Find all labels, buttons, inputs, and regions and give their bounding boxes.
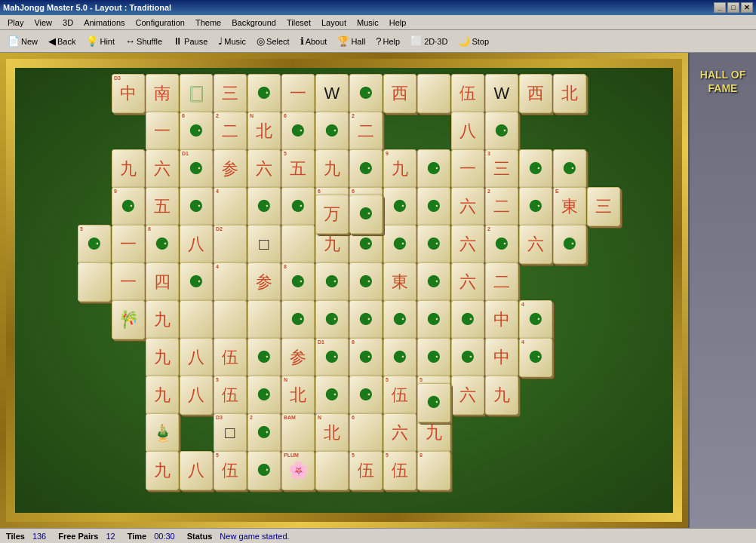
tile[interactable]: 伍 [451, 74, 484, 113]
tile[interactable]: 八 [180, 451, 213, 490]
tile[interactable]: ⚈ [315, 262, 349, 302]
tile[interactable]: 万 [315, 195, 349, 234]
tile[interactable]: 一 [281, 74, 315, 113]
tile[interactable]: 三 [214, 74, 247, 113]
tile[interactable]: 2⚈ [247, 413, 281, 452]
tile[interactable]: ⚈ [383, 300, 416, 339]
tile[interactable] [417, 74, 450, 113]
tile[interactable]: ⚈ [417, 149, 450, 189]
new-button[interactable]: 📄 New [3, 33, 42, 49]
stop-button[interactable]: 🌙 Stop [453, 33, 493, 49]
tile[interactable]: 2二 [214, 112, 247, 151]
pause-button[interactable]: ⏸ Pause [168, 33, 212, 49]
tile[interactable]: 6⚈ [180, 112, 213, 151]
tile[interactable]: 一 [112, 262, 145, 302]
tile[interactable] [315, 451, 349, 490]
tile[interactable]: 東 [383, 262, 416, 302]
tile[interactable]: 🀆 [180, 74, 213, 113]
tile[interactable]: ⚈ [349, 74, 383, 113]
tile[interactable]: 5伍 [383, 376, 416, 415]
tile[interactable]: 九 [146, 300, 179, 339]
help-button[interactable]: ? Help [371, 33, 404, 49]
tile[interactable]: D1⚈ [315, 338, 349, 377]
tile[interactable]: 一 [451, 149, 484, 189]
about-button[interactable]: ℹ About [296, 33, 332, 49]
tile[interactable]: 5⚈ [78, 225, 111, 264]
shuffle-button[interactable]: ↔ Shuffle [121, 33, 167, 49]
tile[interactable]: ⚈ [383, 225, 416, 264]
tile[interactable]: 八 [451, 112, 484, 151]
game-board[interactable]: D3中南🀆三⚈一W⚈西伍W西北一6⚈2二N北6⚈⚈2二八⚈九六D1⚈参六5五九⚈… [0, 53, 688, 528]
tile[interactable]: ⚈ [383, 338, 416, 377]
tile[interactable]: 六 [519, 225, 552, 264]
tile[interactable]: D3□ [214, 413, 247, 452]
tile[interactable]: 九 [146, 376, 179, 415]
tile[interactable]: 🎍 [146, 413, 179, 452]
tile[interactable]: ⚈ [451, 338, 484, 377]
tile[interactable]: 中 [485, 338, 518, 377]
tile[interactable]: ⚈ [281, 187, 315, 226]
tile[interactable]: 九 [112, 149, 145, 189]
tile[interactable]: 六 [451, 187, 484, 226]
tile[interactable]: 参 [281, 338, 315, 377]
tile[interactable]: 5伍 [214, 451, 247, 490]
tile[interactable]: ⚈ [180, 187, 213, 226]
tile[interactable]: ⚈ [417, 225, 450, 264]
tile[interactable]: 5五 [281, 149, 315, 189]
tile[interactable] [281, 225, 315, 264]
tile[interactable]: ⚈ [417, 338, 450, 377]
tile[interactable]: 六 [383, 413, 416, 452]
tile[interactable]: 参 [247, 262, 281, 302]
tile[interactable]: PLUM🌸 [281, 451, 315, 490]
tile[interactable]: ⚈ [247, 187, 281, 226]
tile[interactable]: 8⚈ [281, 262, 315, 302]
2d3d-button[interactable]: ⬜ 2D·3D [406, 33, 452, 49]
close-button[interactable]: ✕ [741, 2, 753, 13]
tile[interactable]: 8⚈ [349, 338, 383, 377]
tile[interactable]: D2 [214, 225, 247, 264]
tile[interactable]: 西 [519, 74, 552, 113]
tile[interactable]: 九 [315, 149, 349, 189]
menu-configuration[interactable]: Configuration [131, 17, 189, 29]
tile[interactable]: ⚈ [485, 112, 518, 151]
tile[interactable]: 5伍 [214, 376, 247, 415]
tile[interactable]: ⚈ [247, 338, 281, 377]
tile[interactable]: ⚈ [349, 376, 383, 415]
tile[interactable]: BAM [281, 413, 315, 452]
tile[interactable]: ⚈ [281, 300, 315, 339]
tile[interactable]: ⚈ [417, 300, 450, 339]
tile[interactable]: 九 [485, 376, 518, 415]
tile[interactable]: 9⚈ [112, 187, 145, 226]
tile[interactable]: 六 [146, 149, 179, 189]
menu-layout[interactable]: Layout [317, 17, 351, 29]
menu-tileset[interactable]: Tileset [282, 17, 315, 29]
menu-help[interactable]: Help [385, 17, 411, 29]
tile[interactable]: 中 [485, 300, 518, 339]
tile[interactable]: ⚈ [247, 74, 281, 113]
window-controls[interactable]: _ □ ✕ [714, 2, 753, 13]
tile[interactable]: ⚈ [553, 149, 586, 189]
tile[interactable] [247, 300, 281, 339]
tile[interactable]: 六 [451, 225, 484, 264]
tile[interactable]: ⚈ [383, 187, 416, 226]
tile[interactable]: ⚈ [315, 112, 349, 151]
tile[interactable]: 6 [349, 413, 383, 452]
tile[interactable]: 二 [485, 262, 518, 302]
tile[interactable]: 北 [553, 74, 586, 113]
tile[interactable]: 九 [146, 451, 179, 490]
tile[interactable]: E東 [553, 187, 586, 226]
tile[interactable]: ⚈ [553, 225, 586, 264]
tile[interactable]: N北 [315, 413, 349, 452]
tile[interactable]: 八 [180, 376, 213, 415]
tile[interactable]: ⚈ [349, 195, 383, 234]
tile[interactable]: 4 [214, 262, 247, 302]
tile[interactable]: 五 [146, 187, 179, 226]
tile[interactable]: 九 [146, 338, 179, 377]
tile[interactable]: N北 [247, 112, 281, 151]
tile[interactable]: ⚈ [247, 376, 281, 415]
tile[interactable] [180, 300, 213, 339]
tile[interactable]: D3中 [112, 74, 145, 113]
tile[interactable]: ⚈ [417, 383, 450, 422]
menu-animations[interactable]: Animations [79, 17, 129, 29]
tile[interactable]: 六 [247, 149, 281, 189]
